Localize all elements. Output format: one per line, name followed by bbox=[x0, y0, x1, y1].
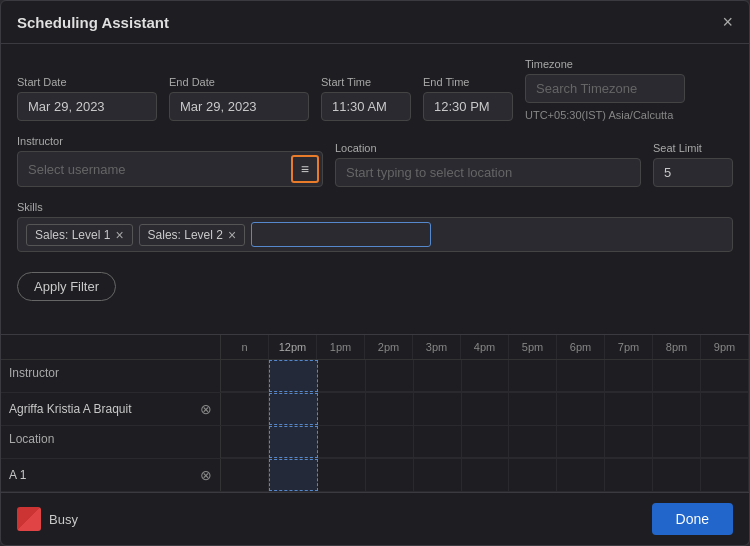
grid-row-cell-0-0-1 bbox=[269, 393, 318, 425]
grid-row-cell-0-0-0 bbox=[221, 393, 269, 425]
grid-section-label-0: Instructor bbox=[1, 360, 221, 392]
grid-section-cell-0-6 bbox=[509, 360, 557, 392]
grid-row-cell-1-0-5 bbox=[462, 459, 510, 491]
skills-label: Skills bbox=[17, 201, 733, 213]
skill-tag-1: Sales: Level 1 × bbox=[26, 224, 133, 246]
grid-row-cell-0-0-9 bbox=[653, 393, 701, 425]
grid-section-cell-0-9 bbox=[653, 360, 701, 392]
skill-tag-2-label: Sales: Level 2 bbox=[148, 228, 223, 242]
busy-box bbox=[17, 507, 41, 531]
grid-section-cell-0-4 bbox=[414, 360, 462, 392]
end-date-label: End Date bbox=[169, 76, 309, 88]
location-group: Location bbox=[335, 142, 641, 187]
grid-row-cell-1-0-4 bbox=[414, 459, 462, 491]
end-time-input[interactable] bbox=[423, 92, 513, 121]
instructor-group: Instructor ≡ bbox=[17, 135, 323, 187]
dialog-body: Start Date End Date Start Time End Time … bbox=[1, 44, 749, 330]
grid-section-cell-0-10 bbox=[701, 360, 749, 392]
skill-tag-2: Sales: Level 2 × bbox=[139, 224, 246, 246]
start-time-group: Start Time bbox=[321, 76, 411, 121]
time-col-n: n bbox=[221, 335, 269, 359]
grid-header-empty bbox=[1, 335, 221, 359]
filter-icon: ≡ bbox=[301, 161, 309, 177]
end-date-group: End Date bbox=[169, 76, 309, 121]
instructor-location-row: Instructor ≡ Location Seat Limit bbox=[17, 135, 733, 187]
time-col-9pm: 9pm bbox=[701, 335, 749, 359]
grid-row-remove-0-0[interactable]: ⊗ bbox=[200, 401, 212, 417]
close-button[interactable]: × bbox=[722, 13, 733, 31]
skills-section: Skills Sales: Level 1 × Sales: Level 2 × bbox=[17, 201, 733, 252]
timezone-input[interactable] bbox=[525, 74, 685, 103]
time-col-1pm: 1pm bbox=[317, 335, 365, 359]
instructor-input[interactable] bbox=[18, 155, 288, 184]
grid-row-1-0: A 1⊗ bbox=[1, 459, 749, 492]
scheduling-assistant-dialog: Scheduling Assistant × Start Date End Da… bbox=[0, 0, 750, 546]
grid-row-cell-0-0-10 bbox=[701, 393, 749, 425]
grid-row-remove-1-0[interactable]: ⊗ bbox=[200, 467, 212, 483]
dialog-footer: Busy Done bbox=[1, 492, 749, 545]
done-button[interactable]: Done bbox=[652, 503, 733, 535]
grid-row-cell-0-0-7 bbox=[557, 393, 605, 425]
grid-section-cell-1-2 bbox=[318, 426, 366, 458]
time-col-4pm: 4pm bbox=[461, 335, 509, 359]
start-time-input[interactable] bbox=[321, 92, 411, 121]
location-input[interactable] bbox=[335, 158, 641, 187]
grid-section-cell-1-9 bbox=[653, 426, 701, 458]
grid-row-0-0: Agriffa Kristia A Braquit⊗ bbox=[1, 393, 749, 426]
start-date-input[interactable] bbox=[17, 92, 157, 121]
grid-row-cell-0-0-2 bbox=[318, 393, 366, 425]
grid-row-cell-1-0-3 bbox=[366, 459, 414, 491]
grid-times: n12pm1pm2pm3pm4pm5pm6pm7pm8pm9pm bbox=[221, 335, 749, 359]
start-time-label: Start Time bbox=[321, 76, 411, 88]
dialog-title: Scheduling Assistant bbox=[17, 14, 169, 31]
time-col-12pm: 12pm bbox=[269, 335, 317, 359]
grid-row-cell-1-0-0 bbox=[221, 459, 269, 491]
filter-icon-button[interactable]: ≡ bbox=[291, 155, 319, 183]
grid-section-cell-0-0 bbox=[221, 360, 269, 392]
grid-section-cell-0-2 bbox=[318, 360, 366, 392]
timezone-group: Timezone UTC+05:30(IST) Asia/Calcutta bbox=[525, 58, 685, 121]
grid-row-cell-0-0-5 bbox=[462, 393, 510, 425]
end-time-label: End Time bbox=[423, 76, 513, 88]
seat-limit-input[interactable] bbox=[653, 158, 733, 187]
grid-row-cell-1-0-10 bbox=[701, 459, 749, 491]
grid-section-cell-0-5 bbox=[462, 360, 510, 392]
grid-section-header-1: Location bbox=[1, 426, 749, 459]
grid-section-cell-1-6 bbox=[509, 426, 557, 458]
dialog-header: Scheduling Assistant × bbox=[1, 1, 749, 44]
grid-section-cell-1-0 bbox=[221, 426, 269, 458]
grid-section-cell-0-1 bbox=[269, 360, 318, 392]
time-col-2pm: 2pm bbox=[365, 335, 413, 359]
skill-tag-2-remove[interactable]: × bbox=[228, 228, 236, 242]
skill-tag-1-remove[interactable]: × bbox=[115, 228, 123, 242]
grid-section-cell-1-10 bbox=[701, 426, 749, 458]
apply-filter-button[interactable]: Apply Filter bbox=[17, 272, 116, 301]
time-col-7pm: 7pm bbox=[605, 335, 653, 359]
grid-row-cell-0-0-8 bbox=[605, 393, 653, 425]
skill-tag-1-label: Sales: Level 1 bbox=[35, 228, 110, 242]
location-label: Location bbox=[335, 142, 641, 154]
skill-input[interactable] bbox=[251, 222, 431, 247]
time-col-5pm: 5pm bbox=[509, 335, 557, 359]
grid-row-label-0-0: Agriffa Kristia A Braquit⊗ bbox=[1, 393, 221, 425]
grid-header: n12pm1pm2pm3pm4pm5pm6pm7pm8pm9pm bbox=[1, 335, 749, 360]
end-date-input[interactable] bbox=[169, 92, 309, 121]
grid-row-cell-0-0-4 bbox=[414, 393, 462, 425]
grid-row-cell-1-0-8 bbox=[605, 459, 653, 491]
grid-section-cell-1-7 bbox=[557, 426, 605, 458]
grid-section-cell-0-8 bbox=[605, 360, 653, 392]
busy-indicator: Busy bbox=[17, 507, 78, 531]
grid-section-cell-1-5 bbox=[462, 426, 510, 458]
grid-row-cell-1-0-6 bbox=[509, 459, 557, 491]
seat-limit-group: Seat Limit bbox=[653, 142, 733, 187]
grid-row-cell-1-0-2 bbox=[318, 459, 366, 491]
grid-section-cells-0 bbox=[221, 360, 749, 392]
grid-row-cell-1-0-7 bbox=[557, 459, 605, 491]
grid-row-cell-0-0-6 bbox=[509, 393, 557, 425]
grid-row-cells-1-0 bbox=[221, 459, 749, 491]
grid-section-cells-1 bbox=[221, 426, 749, 458]
busy-text: Busy bbox=[49, 512, 78, 527]
grid-section-cell-0-7 bbox=[557, 360, 605, 392]
time-col-8pm: 8pm bbox=[653, 335, 701, 359]
grid-row-cell-0-0-3 bbox=[366, 393, 414, 425]
